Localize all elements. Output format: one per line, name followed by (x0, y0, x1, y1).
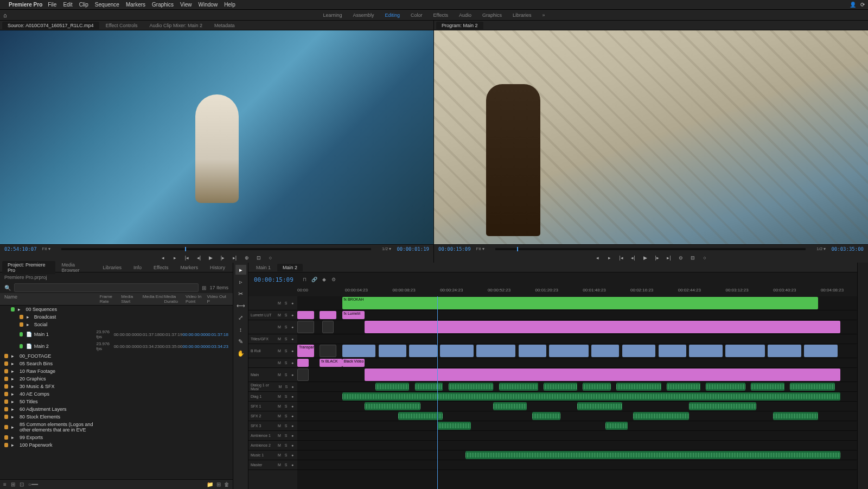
clip[interactable] (365, 402, 420, 410)
col-framerate[interactable]: Frame Rate (100, 294, 122, 304)
project-row[interactable]: 📄Main 123.976 fps00:00:00:0000:01:37:180… (0, 328, 233, 340)
pbtn-export[interactable]: ○ (700, 254, 709, 262)
ws-editing[interactable]: Editing (385, 12, 400, 18)
clip[interactable] (616, 383, 661, 391)
menu-edit[interactable]: Edit (63, 2, 72, 8)
ws-graphics[interactable]: Graphics (482, 12, 502, 18)
source-scrubber[interactable] (61, 248, 371, 250)
clip[interactable] (398, 412, 443, 420)
clip[interactable] (549, 345, 588, 357)
pbtn-lift[interactable]: ⊖ (676, 254, 685, 262)
pbtn-go-in[interactable]: |◂ (617, 254, 626, 262)
clip[interactable] (689, 402, 756, 410)
pbtn-extract[interactable]: ⊟ (688, 254, 697, 262)
track-header[interactable]: B RollMS● (248, 344, 297, 358)
track-header[interactable]: MasterMS● (248, 460, 297, 470)
track[interactable] (297, 431, 857, 441)
track[interactable]: fx BLACKBlack Video (297, 358, 857, 368)
track-header[interactable]: Diag 1MS● (248, 392, 297, 402)
menu-clip[interactable]: Clip (79, 2, 88, 8)
track-header[interactable]: MS● (248, 296, 297, 310)
ws-color[interactable]: Color (411, 12, 423, 18)
timeline-ruler[interactable]: 00:0000:00:04:2300:00:08:2300:00:24:2300… (297, 287, 857, 296)
program-tc-right[interactable]: 00:03:35:00 (831, 246, 864, 252)
menu-view[interactable]: View (180, 2, 192, 8)
tab-program[interactable]: Program: Main 2 (436, 22, 483, 29)
project-row[interactable]: ▸00 Sequences (0, 306, 233, 313)
source-tc-right[interactable]: 00:00:01:19 (397, 246, 429, 252)
track[interactable] (297, 411, 857, 421)
project-list[interactable]: ▸00 Sequences▸Broadcast▸Social📄Main 123.… (0, 306, 233, 479)
project-row[interactable]: ▸80 Stock Elements (0, 413, 233, 421)
tab-metadata[interactable]: Metadata (209, 22, 240, 29)
clip[interactable] (437, 422, 471, 430)
track[interactable] (297, 382, 857, 392)
ws-libraries[interactable]: Libraries (513, 12, 532, 18)
project-row[interactable]: ▸Social (0, 321, 233, 328)
project-row[interactable]: ▸05 Search Bins (0, 360, 233, 367)
clip[interactable]: fx BROKAH (342, 297, 818, 309)
pbtn-step-back[interactable]: ◂| (629, 254, 637, 262)
clip[interactable] (320, 311, 336, 319)
clip[interactable] (768, 345, 801, 357)
tab-effect-controls[interactable]: Effect Controls (100, 22, 143, 29)
track[interactable]: fx BROKAH (297, 296, 857, 310)
tl-tab-main1[interactable]: Main 1 (251, 264, 276, 271)
clip[interactable] (577, 402, 622, 410)
clip[interactable] (342, 392, 840, 401)
zoom-slider[interactable]: ○━━ (28, 481, 38, 487)
project-row[interactable]: ▸10 Raw Footage (0, 367, 233, 375)
track[interactable] (297, 402, 857, 411)
track-header[interactable]: Ambience 2MS● (248, 441, 297, 450)
clip[interactable] (605, 422, 628, 430)
clip[interactable] (379, 345, 407, 357)
clip[interactable] (706, 383, 745, 391)
track[interactable] (297, 450, 857, 460)
tool-pen[interactable]: ↕ (235, 325, 246, 334)
clip[interactable] (415, 383, 443, 391)
tab-effects[interactable]: Effects (148, 264, 174, 271)
tl-settings-icon[interactable]: ⚙ (330, 276, 337, 283)
icon-view-icon[interactable]: ⊞ (11, 481, 15, 487)
track[interactable] (297, 460, 857, 470)
project-search-input[interactable] (14, 283, 199, 292)
col-video-in[interactable]: Video In Point (186, 294, 207, 304)
program-monitor[interactable] (434, 30, 868, 244)
ws-assembly[interactable]: Assembly (353, 12, 374, 18)
tool-razor[interactable]: ⟷ (235, 301, 246, 310)
clip[interactable] (297, 321, 314, 333)
project-row[interactable]: ▸Broadcast (0, 313, 233, 321)
clip[interactable] (544, 383, 577, 391)
track[interactable] (297, 392, 857, 402)
track[interactable]: Transparent (297, 344, 857, 358)
clip[interactable]: fx BLACK (320, 359, 342, 367)
clip[interactable] (499, 383, 538, 391)
tl-snap-icon[interactable]: ⊓ (301, 276, 308, 283)
tab-info[interactable]: Info (128, 264, 147, 271)
clip[interactable] (297, 359, 309, 367)
btn-mark-out[interactable]: ▸ (171, 254, 180, 262)
tool-type[interactable]: ✋ (235, 348, 246, 358)
col-name[interactable]: Name (4, 294, 100, 304)
btn-go-in[interactable]: |◂ (183, 254, 192, 262)
program-scrubber[interactable] (495, 248, 806, 250)
clip[interactable] (667, 383, 700, 391)
track-area[interactable]: fx BROKAHfx LumetriTransparentfx BLACKBl… (297, 296, 857, 489)
tab-media-browser[interactable]: Media Browser (56, 261, 97, 274)
user-icon[interactable]: 👤 (850, 2, 856, 8)
sync-icon[interactable]: ⟳ (860, 2, 865, 8)
btn-go-out[interactable]: ▸| (231, 254, 239, 262)
track-header[interactable]: MS● (248, 320, 297, 334)
menu-sequence[interactable]: Sequence (95, 2, 119, 8)
clip[interactable] (622, 345, 656, 357)
track-header[interactable]: Lumetri LUTMS● (248, 310, 297, 320)
timeline-timecode[interactable]: 00:00:15:09 (248, 276, 297, 283)
tab-source[interactable]: Source: A010C074_160517_R1LC.mp4 (2, 22, 99, 29)
btn-overwrite[interactable]: ⊡ (254, 254, 263, 262)
menu-window[interactable]: Window (199, 2, 218, 8)
project-row[interactable]: ▸00_FOOTAGE (0, 352, 233, 360)
project-row[interactable]: ▸30 Music & SFX (0, 383, 233, 390)
tl-tab-main2[interactable]: Main 2 (277, 264, 303, 271)
home-icon[interactable]: ⌂ (3, 12, 7, 18)
project-row[interactable]: 📄Main 223.976 fps00:00:00:0000:03:34:230… (0, 340, 233, 352)
